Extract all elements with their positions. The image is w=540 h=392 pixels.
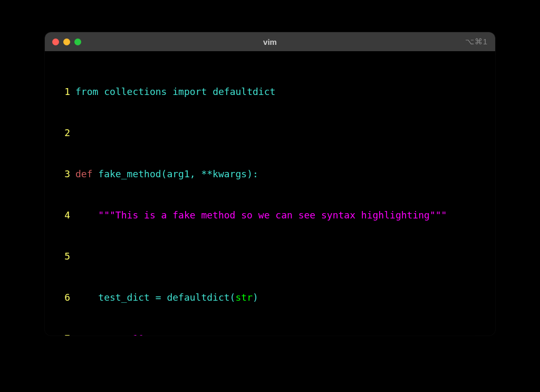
line-number: 3 (45, 167, 75, 181)
shortcut-hint: ⌥⌘1 (465, 37, 488, 46)
zoom-icon[interactable] (74, 39, 81, 45)
line-number: 7 (45, 332, 75, 336)
line-number: 2 (45, 126, 75, 140)
minimize-icon[interactable] (63, 39, 70, 45)
code-line: 1from collections import defaultdict (45, 85, 495, 99)
code-line: 3def fake_method(arg1, **kwargs): (45, 167, 495, 181)
line-number: 4 (45, 208, 75, 222)
terminal-window: vim ⌥⌘1 1from collections import default… (45, 32, 495, 336)
code-line: 4 """This is a fake method so we can see… (45, 208, 495, 222)
titlebar: vim ⌥⌘1 (45, 32, 495, 51)
code-line: 6 test_dict = defaultdict(str) (45, 291, 495, 304)
code-line: 7 num = 10 (45, 332, 495, 336)
window-controls (52, 39, 81, 45)
code-line: 5 (45, 250, 495, 263)
close-icon[interactable] (52, 39, 59, 45)
editor-area[interactable]: 1from collections import defaultdict 2 3… (45, 51, 495, 336)
code-line: 2 (45, 126, 495, 140)
line-number: 5 (45, 250, 75, 263)
line-number: 1 (45, 85, 75, 99)
line-number: 6 (45, 291, 75, 304)
window-title: vim (45, 37, 495, 46)
